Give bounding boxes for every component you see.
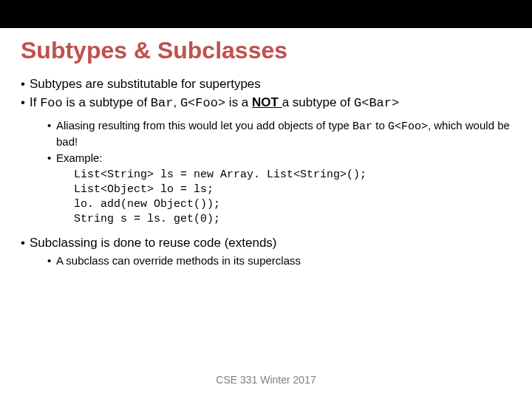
bullet-example: Example: <box>47 151 511 166</box>
bullet-aliasing: Aliasing resulting from this would let y… <box>47 118 511 150</box>
code-bar: Bar <box>151 96 174 110</box>
bullet-override: A subclass can override methods in its s… <box>47 253 511 268</box>
bullet-subclassing: Subclassing is done to reuse code (exten… <box>21 235 511 252</box>
text-fragment: a subtype of <box>282 95 354 109</box>
sub-bullets: Aliasing resulting from this would let y… <box>21 118 511 166</box>
text-fragment: is a subtype of <box>63 95 151 109</box>
text-fragment: If <box>30 95 40 109</box>
code-gfoo: G<Foo> <box>180 96 225 110</box>
code-gbar: G<Bar> <box>354 96 399 110</box>
slide-title: Subtypes & Subclasses <box>21 37 511 64</box>
code-foo: Foo <box>40 96 63 110</box>
top-black-bar <box>0 0 532 28</box>
code-line-2: List<Object> lo = ls; <box>74 183 511 197</box>
bullet-subtypes-substitutable: Subtypes are substitutable for supertype… <box>21 76 511 93</box>
code-gfoo-inline: G<Foo> <box>388 120 428 133</box>
text-fragment: Aliasing resulting from this would let y… <box>56 119 352 132</box>
text-fragment: , <box>173 95 180 109</box>
slide-footer: CSE 331 Winter 2017 <box>0 374 532 386</box>
sub-bullets-2: A subclass can override methods in its s… <box>21 253 511 268</box>
bullet-list: Subtypes are substitutable for supertype… <box>21 76 511 268</box>
text-fragment: is a <box>225 95 252 109</box>
code-bar-inline: Bar <box>352 120 372 133</box>
code-line-3: lo. add(new Object()); <box>74 197 511 212</box>
not-emphasis: NOT <box>252 95 282 109</box>
code-line-1: List<String> ls = new Array. List<String… <box>74 168 511 183</box>
code-line-4: String s = ls. get(0); <box>74 212 511 227</box>
bullet-foo-bar-not-subtype: If Foo is a subtype of Bar, G<Foo> is a … <box>21 95 511 112</box>
slide-content: Subtypes & Subclasses Subtypes are subst… <box>0 28 532 268</box>
text-fragment: to <box>372 119 388 132</box>
